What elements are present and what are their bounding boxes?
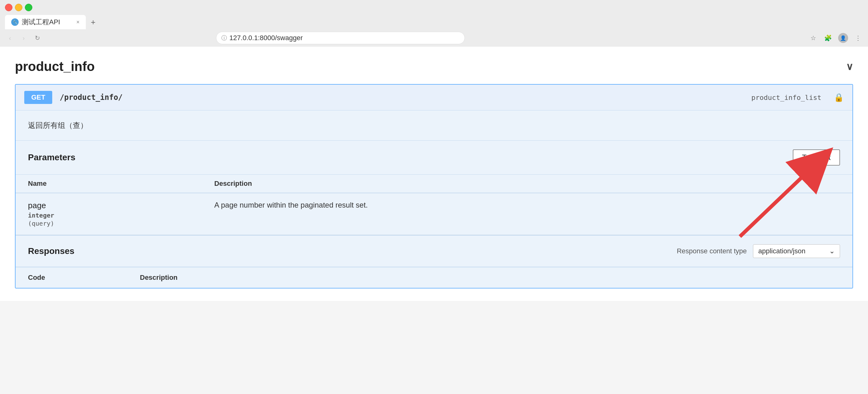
description-text: 返回所有组（查） [28,121,88,130]
forward-button[interactable]: › [19,33,29,43]
table-row: page integer (query) A page number withi… [16,193,852,235]
tab-close-button[interactable]: × [76,19,80,26]
responses-section: Responses Response content type applicat… [16,235,852,288]
response-content-type-row: Response content type application/json ⌄ [677,244,840,258]
extensions-button[interactable]: 🧩 [823,33,833,43]
page-title-row: product_info ∨ [15,59,853,74]
parameters-header: Parameters Try it out [16,141,852,175]
responses-header: Responses Response content type applicat… [16,235,852,267]
parameters-table: Name Description page integer (query) [16,175,852,235]
url-text: 127.0.0.1:8000/swagger [229,34,303,42]
page-title: product_info [15,59,95,74]
maximize-window-button[interactable] [25,4,32,11]
profile-button[interactable]: 👤 [838,33,848,43]
desc-col-header: Description [140,274,178,282]
address-right-controls: ☆ 🧩 👤 ⋮ [808,33,863,43]
code-col-header: Code [28,274,140,282]
param-description: A page number within the paginated resul… [214,201,368,209]
forward-icon: › [23,34,25,42]
param-location: (query) [28,220,189,227]
more-icon: ⋮ [855,34,861,42]
endpoint-block: GET /product_info/ product_info_list 🔒 返… [15,84,853,288]
param-name: page [28,201,189,210]
new-tab-button[interactable]: + [88,16,98,28]
url-bar[interactable]: ⓘ 127.0.0.1:8000/swagger [216,32,465,44]
address-bar: ‹ › ↻ ⓘ 127.0.0.1:8000/swagger ☆ 🧩 � [0,29,868,47]
more-menu-button[interactable]: ⋮ [853,33,863,43]
endpoint-description: 返回所有组（查） [16,111,852,141]
page-content: product_info ∨ GET /product_info/ produc… [0,47,868,301]
endpoint-path: /product_info/ [60,93,744,102]
bookmark-button[interactable]: ☆ [808,33,818,43]
parameters-title: Parameters [28,152,75,163]
endpoint-operation-id: product_info_list [751,94,822,102]
secure-icon: ⓘ [221,34,227,42]
minimize-window-button[interactable] [15,4,22,11]
refresh-icon: ↻ [35,34,40,42]
traffic-lights [5,4,32,11]
param-type: integer [28,212,189,219]
endpoint-header[interactable]: GET /product_info/ product_info_list 🔒 [16,85,852,111]
star-icon: ☆ [810,34,816,42]
rct-value: application/json [758,247,806,255]
parameters-tbody: page integer (query) A page number withi… [16,193,852,235]
lock-icon: 🔒 [834,93,844,103]
responses-title: Responses [28,246,74,256]
close-window-button[interactable] [5,4,12,11]
param-name-cell: page integer (query) [16,193,202,235]
chevron-down-icon: ⌄ [829,247,835,255]
tab-bar: 🔧 测试工程API × + [0,15,868,29]
rct-label: Response content type [677,247,747,255]
tab-title: 测试工程API [22,18,60,27]
method-badge: GET [24,91,52,104]
try-it-out-button[interactable]: Try it out [793,149,840,166]
response-content-type-select[interactable]: application/json ⌄ [753,244,840,258]
collapse-button[interactable]: ∨ [846,61,853,73]
tab-favicon: 🔧 [11,18,19,26]
parameters-section: Parameters Try it out Name Description p [16,141,852,235]
puzzle-icon: 🧩 [824,34,832,42]
profile-icon: 👤 [840,35,846,41]
back-button[interactable]: ‹ [5,33,15,43]
browser-tab[interactable]: 🔧 测试工程API × [5,15,86,29]
code-header-row: Code Description [16,267,852,288]
param-description-cell: A page number within the paginated resul… [202,193,852,235]
col-header-description: Description [202,175,852,193]
back-icon: ‹ [9,34,11,42]
refresh-button[interactable]: ↻ [32,33,42,43]
col-header-name: Name [16,175,202,193]
